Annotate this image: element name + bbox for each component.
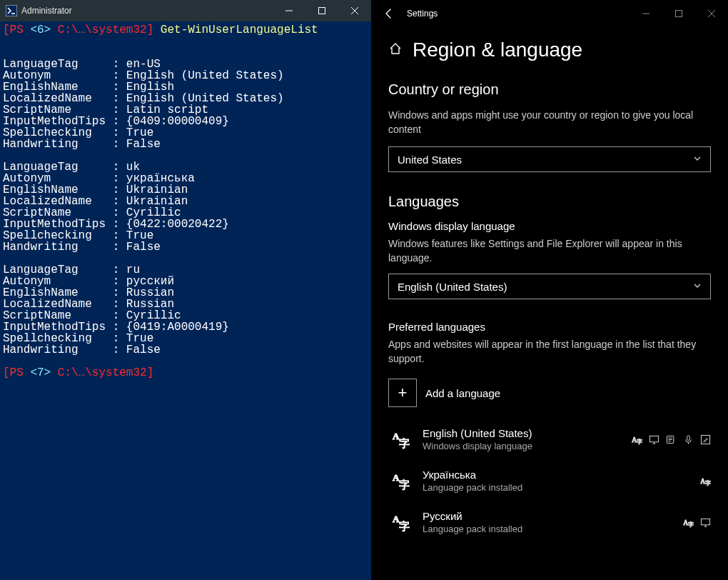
svg-rect-2: [319, 8, 325, 14]
language-indicators: A字: [631, 434, 711, 445]
language-item[interactable]: A字РусскийLanguage pack installedA字: [388, 506, 711, 547]
language-glyph-icon: A字: [388, 427, 413, 451]
tts-indicator-icon: [665, 434, 677, 445]
maximize-button[interactable]: [662, 0, 695, 27]
plus-icon: +: [388, 379, 417, 407]
maximize-button[interactable]: [305, 0, 338, 21]
az-indicator-icon: A字: [699, 475, 711, 486]
display-indicator-icon: [699, 516, 711, 528]
country-select[interactable]: United States: [388, 146, 711, 172]
display-language-desc: Windows features like Settings and File …: [388, 236, 711, 265]
settings-title-text: Settings: [407, 9, 630, 19]
language-name: English (United States): [423, 427, 621, 439]
svg-text:字: 字: [704, 479, 710, 486]
language-subtext: Language pack installed: [423, 524, 672, 534]
preferred-languages-list: A字English (United States)Windows display…: [388, 423, 711, 547]
language-glyph-icon: A字: [388, 469, 413, 493]
language-indicators: A字: [699, 475, 711, 486]
powershell-titlebar[interactable]: Administrator: [0, 0, 371, 21]
display-language-subhead: Windows display language: [388, 220, 711, 232]
svg-text:字: 字: [399, 479, 410, 491]
language-item[interactable]: A字УкраїнськаLanguage pack installedA字: [388, 464, 711, 506]
country-select-value: United States: [398, 154, 462, 166]
language-subtext: Language pack installed: [423, 482, 689, 493]
preferred-languages-subhead: Preferred languages: [388, 321, 711, 333]
svg-text:字: 字: [399, 438, 410, 449]
language-glyph-icon: A字: [388, 510, 413, 534]
minimize-button[interactable]: [630, 0, 662, 27]
chevron-down-icon: [693, 281, 702, 292]
language-subtext: Windows display language: [423, 441, 621, 451]
voice-indicator-icon: [682, 434, 694, 445]
language-name: Українська: [423, 469, 689, 481]
svg-rect-13: [649, 436, 658, 441]
close-button[interactable]: [695, 0, 728, 27]
language-item[interactable]: A字English (United States)Windows display…: [388, 423, 711, 464]
display-language-value: English (United States): [398, 281, 507, 293]
preferred-languages-desc: Apps and websites will appear in the fir…: [388, 337, 711, 366]
language-indicators: A字: [682, 516, 711, 528]
back-button[interactable]: [371, 0, 407, 27]
svg-rect-31: [701, 519, 709, 524]
country-desc: Windows and apps might use your country …: [388, 108, 711, 136]
close-button[interactable]: [338, 0, 371, 21]
add-language-label: Add a language: [425, 387, 500, 399]
home-icon[interactable]: [388, 41, 403, 59]
section-heading-languages: Languages: [388, 194, 711, 210]
az-indicator-icon: A字: [631, 434, 642, 445]
display-indicator-icon: [648, 434, 659, 445]
svg-text:字: 字: [687, 521, 693, 528]
settings-body[interactable]: Region & language Country or region Wind…: [371, 27, 728, 580]
add-language-button[interactable]: + Add a language: [388, 379, 711, 407]
svg-rect-6: [676, 11, 682, 17]
section-heading-country: Country or region: [388, 81, 711, 98]
powershell-window: Administrator [PS <6> C:\…\system32] Get…: [0, 0, 371, 580]
settings-titlebar[interactable]: Settings: [371, 0, 728, 27]
pen-indicator-icon: [699, 434, 711, 445]
minimize-button[interactable]: [273, 0, 305, 21]
svg-text:字: 字: [399, 521, 410, 532]
powershell-title-text: Administrator: [21, 6, 273, 16]
powershell-output[interactable]: [PS <6> C:\…\system32] Get-WinUserLangua…: [0, 21, 371, 580]
chevron-down-icon: [693, 154, 702, 165]
svg-text:字: 字: [636, 438, 642, 445]
display-language-select[interactable]: English (United States): [388, 274, 711, 299]
page-header: Region & language: [388, 39, 711, 61]
powershell-icon: [6, 5, 17, 16]
page-title: Region & language: [413, 39, 582, 61]
az-indicator-icon: A字: [682, 516, 694, 528]
settings-window: Settings Region & language Country or re…: [371, 0, 728, 580]
language-name: Русский: [423, 510, 672, 522]
svg-rect-20: [687, 435, 689, 440]
